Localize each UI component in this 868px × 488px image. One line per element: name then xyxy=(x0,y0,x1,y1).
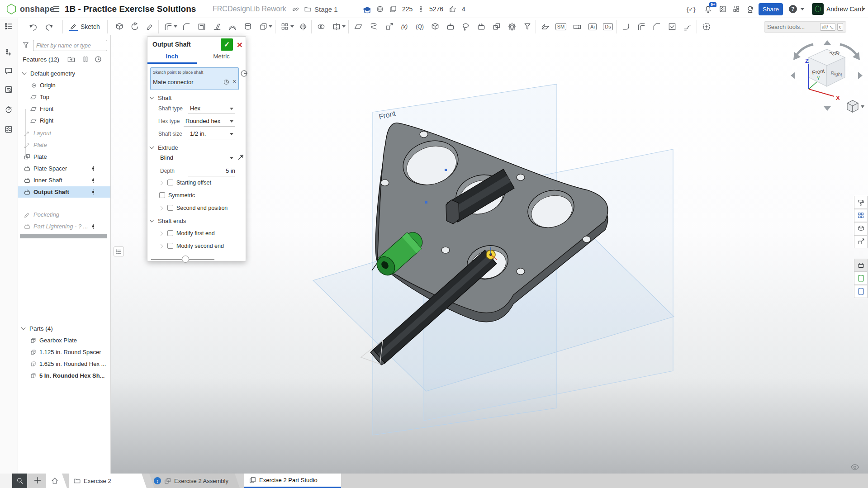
extrude-end-type-value[interactable]: Blind xyxy=(160,154,173,161)
corner-icon[interactable] xyxy=(650,20,663,33)
feature-menu-dots-icon[interactable] xyxy=(92,190,95,195)
chevron-down-icon[interactable] xyxy=(150,218,154,223)
undo-icon[interactable] xyxy=(26,20,39,33)
document-title[interactable]: 1B - Practice Exercise Solutions xyxy=(65,0,196,18)
copies-icon[interactable] xyxy=(389,0,397,18)
parts-section-header[interactable]: Parts (4) xyxy=(18,323,110,334)
tab-exercise-2-assembly[interactable]: ↕ Exercise 2 Assembly xyxy=(149,474,240,488)
thicken-icon[interactable] xyxy=(257,20,270,33)
linear-pattern-icon[interactable] xyxy=(279,20,291,33)
modify-first-end-expander-icon[interactable] xyxy=(159,232,163,236)
tab-inch[interactable]: Inch xyxy=(147,53,197,60)
document-subtitle[interactable]: FRCDesignLib Rework xyxy=(213,0,286,18)
share-button[interactable]: Share xyxy=(759,3,783,15)
flip-direction-arrow-icon[interactable] xyxy=(237,153,245,162)
apps-icon[interactable] xyxy=(732,0,740,18)
learning-center-icon[interactable] xyxy=(746,0,755,18)
home-tab[interactable] xyxy=(46,474,67,488)
sketch-button[interactable]: Sketch xyxy=(69,20,100,33)
rotate-right-arrow-icon[interactable] xyxy=(858,72,863,79)
starting-offset-expander-icon[interactable] xyxy=(159,181,163,185)
feature-menu-dots-icon[interactable] xyxy=(92,166,95,171)
extrude-icon[interactable] xyxy=(113,20,126,33)
visibility-eye-icon[interactable] xyxy=(850,463,859,473)
flange-icon[interactable] xyxy=(620,20,632,33)
modify-first-end-checkbox[interactable] xyxy=(167,230,173,236)
plane-icon[interactable] xyxy=(352,20,365,33)
create-folder-icon[interactable] xyxy=(67,55,76,65)
tilt-up-arrow-icon[interactable] xyxy=(824,40,831,45)
part-item-round-spacer[interactable]: 1.125 in. Round Spacer xyxy=(18,346,110,358)
hex-type-value[interactable]: Rounded hex xyxy=(185,118,220,124)
feature-item-layout[interactable]: Layout xyxy=(18,128,110,139)
feature-menu-dots-icon[interactable] xyxy=(92,178,95,183)
pattern-caret-icon[interactable] xyxy=(290,25,294,28)
suppress-pause-icon[interactable] xyxy=(81,55,90,65)
shaft-section-header[interactable]: Shaft xyxy=(150,95,171,101)
feature-list-flyout-icon[interactable] xyxy=(114,246,124,256)
fillet-caret-icon[interactable] xyxy=(174,25,177,28)
part-item-rounded-hex[interactable]: 1.625 in. Rounded Hex ... xyxy=(18,358,110,370)
tab-search-icon[interactable] xyxy=(12,474,27,488)
feature-item-top-plane[interactable]: Top xyxy=(18,91,110,103)
custom-feature-robot2-icon[interactable] xyxy=(475,20,488,33)
second-end-expander-icon[interactable] xyxy=(159,206,163,211)
frame-icon[interactable] xyxy=(429,20,441,33)
configuration-variables-icon[interactable] xyxy=(854,235,868,248)
notes-panel-icon[interactable] xyxy=(4,85,14,95)
help-caret-icon[interactable] xyxy=(801,0,804,18)
feature-item-inner-shaft[interactable]: Inner Shaft xyxy=(18,175,110,186)
view-menu-cube-icon[interactable] xyxy=(847,100,858,112)
bend-icon[interactable] xyxy=(635,20,648,33)
shaft-size-value[interactable]: 1/2 in. xyxy=(190,130,206,137)
feature-menu-dots-icon[interactable] xyxy=(92,224,95,229)
cancel-button[interactable]: × xyxy=(234,38,245,51)
helix-icon[interactable] xyxy=(367,20,380,33)
feature-item-pocketing[interactable]: Pocketing xyxy=(18,209,110,220)
part-item-rounded-hex-shaft[interactable]: 5 In. Rounded Hex Sh... xyxy=(18,370,110,381)
extrude-section-header[interactable]: Extrude xyxy=(150,144,178,151)
hole-icon[interactable] xyxy=(242,20,254,33)
shaft-size-caret-icon[interactable] xyxy=(230,133,233,135)
rollback-bar[interactable] xyxy=(20,234,107,238)
filter-input[interactable] xyxy=(33,40,107,51)
shell-icon[interactable] xyxy=(195,20,208,33)
main-menu-icon[interactable]: ☰ xyxy=(52,0,60,18)
design-studio-icon[interactable]: Ds xyxy=(602,20,614,33)
feature-script-icon[interactable]: {✓} xyxy=(687,0,696,18)
variable-studio-icon[interactable]: (Q) xyxy=(413,20,426,33)
filter-icon[interactable] xyxy=(22,41,30,51)
feature-item-part-lightening[interactable]: Part Lightening - ? ... xyxy=(18,221,110,232)
modify-corner-icon[interactable] xyxy=(666,20,678,33)
ai-advisor-icon[interactable]: Ai xyxy=(586,20,599,33)
avatar[interactable] xyxy=(812,3,824,15)
user-name[interactable]: Andrew Card xyxy=(826,0,863,18)
thicken-caret-icon[interactable] xyxy=(269,25,272,28)
tilt-down-arrow-icon[interactable] xyxy=(824,106,831,111)
end-type-caret-icon[interactable] xyxy=(230,157,233,159)
hex-type-caret-icon[interactable] xyxy=(230,120,233,123)
gear-feature-icon[interactable] xyxy=(506,20,518,33)
view-cube[interactable]: Top Front Right Z X Y xyxy=(787,38,866,118)
feature-item-default-geometry[interactable]: Default geometry xyxy=(18,68,110,79)
feature-item-output-shaft-selected[interactable]: Output Shaft xyxy=(18,186,110,198)
dialog-resize-slider-knob[interactable] xyxy=(182,256,189,263)
feature-item-front-plane[interactable]: Front xyxy=(18,103,110,114)
shaft-ends-section-header[interactable]: Shaft ends xyxy=(150,218,186,224)
appearance-panel-icon[interactable] xyxy=(854,196,868,209)
fillet-icon[interactable] xyxy=(162,20,175,33)
search-tools-field[interactable]: Search tools... alt/⌥ c xyxy=(764,21,846,33)
tab-exercise-2[interactable]: Exercise 2 xyxy=(69,474,147,488)
history-panel-icon[interactable] xyxy=(4,105,14,115)
split-caret-icon[interactable] xyxy=(342,25,346,28)
split-icon[interactable] xyxy=(330,20,343,33)
tab-metric[interactable]: Metric xyxy=(197,53,246,60)
revolve-icon[interactable] xyxy=(128,20,141,33)
second-end-checkbox[interactable] xyxy=(167,205,173,211)
symmetric-checkbox[interactable] xyxy=(159,192,165,198)
confirm-button[interactable]: ✓ xyxy=(221,38,233,51)
rotate-ccw-arrow-icon[interactable] xyxy=(796,44,813,56)
flat-pattern-icon[interactable] xyxy=(571,20,583,33)
sweep-icon[interactable] xyxy=(144,20,157,33)
boolean-icon[interactable] xyxy=(315,20,327,33)
